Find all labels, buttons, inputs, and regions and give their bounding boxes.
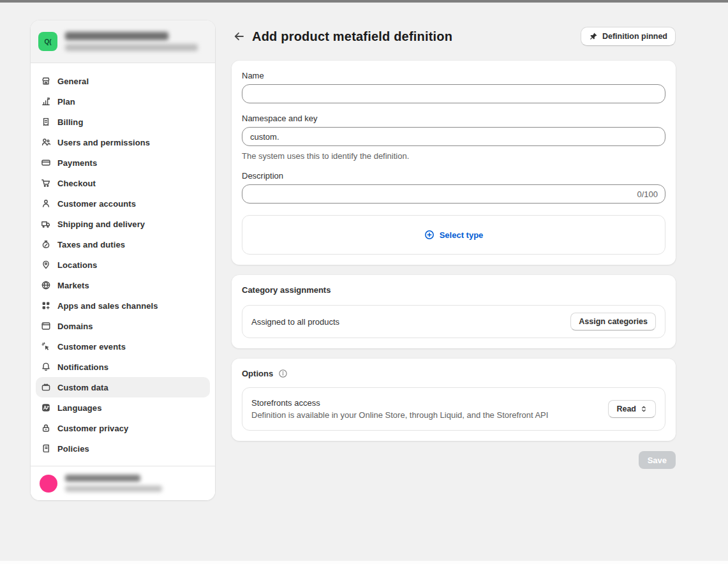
globe-dollar-icon [41,280,51,290]
sidebar-item-label: Custom data [57,383,108,392]
definition-form-card: Name Namespace and key The system uses t… [232,61,676,265]
store-avatar: Q( [38,32,57,51]
sidebar-item-policies[interactable]: Policies [36,438,210,459]
sidebar-item-domains[interactable]: Domains [36,316,210,336]
sidebar-item-customer-privacy[interactable]: Customer privacy [36,418,210,438]
sidebar-item-locations[interactable]: Locations [36,255,210,275]
sidebar-item-billing[interactable]: Billing [36,112,210,132]
save-button[interactable]: Save [639,451,676,469]
sidebar-item-customer-accounts[interactable]: Customer accounts [36,193,210,214]
sidebar-item-label: Taxes and duties [57,240,125,249]
sidebar-item-plan[interactable]: Plan [36,91,210,112]
name-field-group: Name [242,71,665,103]
name-input[interactable] [242,84,665,103]
sidebar-item-general[interactable]: General [36,71,210,91]
category-assignment-row: Assigned to all products Assign categori… [242,305,665,338]
description-input[interactable] [242,184,665,204]
info-icon[interactable] [278,369,288,378]
settings-sidebar: Q( GeneralPlanBillingUsers and permissio… [31,20,215,500]
truck-icon [41,219,51,229]
description-field-group: Description 0/100 [242,171,665,204]
tax-bag-icon [41,239,51,249]
sidebar-item-taxes-and-duties[interactable]: Taxes and duties [36,234,210,255]
sidebar-item-label: Apps and sales channels [57,301,158,311]
namespace-field-group: Namespace and key The system uses this t… [242,114,665,161]
sidebar-item-label: Payments [57,158,97,168]
category-assignment-status: Assigned to all products [251,317,339,327]
sidebar-item-label: General [57,77,89,86]
user-name-redacted [65,475,140,482]
storefronts-access-text: Storefronts access Definition is availab… [251,398,548,420]
person-icon [41,198,51,209]
payments-card-icon [41,158,51,168]
options-title: Options [242,369,273,378]
billing-receipt-icon [41,117,51,127]
sidebar-item-customer-events[interactable]: Customer events [36,336,210,357]
definition-pinned-button[interactable]: Definition pinned [581,27,676,46]
sidebar-user-footer[interactable] [31,466,215,500]
user-avatar [40,475,57,493]
user-email-redacted [65,486,162,492]
window-bottom-edge [0,561,728,564]
sidebar-item-label: Users and permissions [57,138,150,147]
store-header: Q( [31,20,215,63]
definition-pinned-label: Definition pinned [602,32,667,41]
sidebar-item-custom-data[interactable]: Custom data [36,377,210,397]
users-icon [41,137,51,147]
sidebar-item-apps-and-sales-channels[interactable]: Apps and sales channels [36,295,210,316]
save-row: Save [232,451,676,469]
sidebar-item-languages[interactable]: Languages [36,397,210,418]
namespace-help-text: The system uses this to identify the def… [242,151,665,161]
storefronts-access-selected-value: Read [616,404,636,413]
category-assignments-title: Category assignments [242,285,331,295]
category-assignments-card: Category assignments Assigned to all pro… [232,275,676,348]
store-domain-redacted [65,44,198,51]
translate-icon [41,403,51,413]
sidebar-item-payments[interactable]: Payments [36,152,210,173]
page-title: Add product metafield definition [252,29,452,44]
plan-chart-icon [41,96,51,107]
namespace-label: Namespace and key [242,114,665,123]
location-pin-icon [41,260,51,270]
sidebar-item-label: Policies [57,444,89,454]
storefronts-access-description: Definition is available in your Online S… [251,410,548,420]
updown-chevrons-icon [640,405,648,413]
select-type-button[interactable]: Select type [242,215,665,255]
select-type-label: Select type [440,230,484,240]
storefronts-access-row: Storefronts access Definition is availab… [242,387,665,431]
storefronts-access-title: Storefronts access [251,398,548,408]
sidebar-item-markets[interactable]: Markets [36,275,210,295]
sidebar-item-label: Customer events [57,342,126,352]
cursor-click-icon [41,341,51,352]
namespace-input[interactable] [242,127,665,146]
sidebar-item-label: Shipping and delivery [57,219,145,229]
pin-icon [589,32,598,41]
store-identity [65,32,198,51]
assign-categories-button[interactable]: Assign categories [570,313,656,330]
policies-doc-icon [41,443,51,454]
description-label: Description [242,171,665,181]
custom-data-icon [41,382,51,392]
page-header: Add product metafield definition Definit… [232,27,676,46]
sidebar-item-label: Markets [57,281,89,290]
sidebar-item-checkout[interactable]: Checkout [36,173,210,193]
store-name-redacted [65,32,168,40]
sidebar-nav: GeneralPlanBillingUsers and permissionsP… [31,63,215,466]
lock-icon [41,423,51,433]
user-identity [65,475,162,492]
back-button[interactable] [232,29,247,44]
plus-circle-icon [424,230,435,240]
sidebar-item-shipping-and-delivery[interactable]: Shipping and delivery [36,214,210,234]
sidebar-item-label: Notifications [57,362,108,372]
bell-icon [41,362,51,372]
apps-grid-icon [41,301,51,311]
sidebar-item-label: Languages [57,403,102,413]
sidebar-item-label: Billing [57,117,83,127]
sidebar-item-label: Plan [57,97,75,107]
sidebar-item-label: Locations [57,260,97,270]
store-icon [41,76,51,86]
sidebar-item-label: Checkout [57,179,96,188]
sidebar-item-users-and-permissions[interactable]: Users and permissions [36,132,210,152]
storefronts-access-select[interactable]: Read [608,400,656,418]
sidebar-item-notifications[interactable]: Notifications [36,357,210,377]
